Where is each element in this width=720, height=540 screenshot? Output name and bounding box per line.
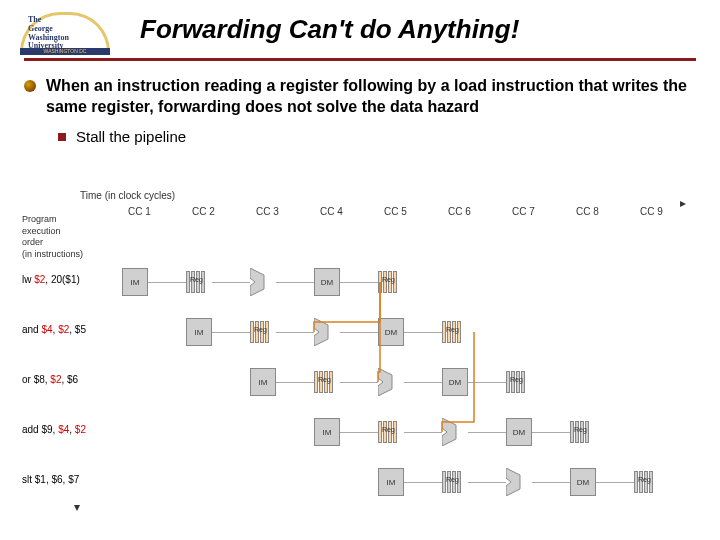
cc-header: CC 2 [192,206,215,217]
wire [212,282,250,283]
pipeline-diagram: Time (in clock cycles) ▸ ▾ Programexecut… [20,190,700,520]
cc-header: CC 1 [128,206,151,217]
forwarding-lines [20,190,700,520]
stage-dm: DM [378,318,404,346]
wire [340,382,378,383]
bullet-icon [24,80,36,92]
wire [276,332,314,333]
stage-alu [378,368,400,396]
stage-alu [506,468,528,496]
wire [404,432,442,433]
wire [468,482,506,483]
cc-header: CC 9 [640,206,663,217]
wire [404,382,442,383]
wire [404,482,442,483]
stage-reg: Reg [570,421,594,443]
bullet-text: When an instruction reading a register f… [46,76,704,118]
stage-alu [250,268,272,296]
stage-reg: Reg [186,271,210,293]
stage-im: IM [186,318,212,346]
stage-alu [442,418,464,446]
cc-header: CC 4 [320,206,343,217]
wire [468,382,506,383]
gw-logo: The George Washington University WASHING… [20,8,120,56]
wire [596,482,634,483]
stage-reg: Reg [634,471,658,493]
stage-dm: DM [570,468,596,496]
stage-reg: Reg [378,271,402,293]
svg-marker-2 [378,368,392,396]
instruction-label: slt $1, $6, $7 [22,474,79,485]
stage-dm: DM [506,418,532,446]
wire [340,332,378,333]
wire [468,432,506,433]
stage-dm: DM [314,268,340,296]
bullet-level2: Stall the pipeline [58,128,704,145]
stage-im: IM [314,418,340,446]
stage-im: IM [250,368,276,396]
cc-header: CC 6 [448,206,471,217]
program-order-label: Programexecutionorder(in instructions) [22,214,83,261]
wire [532,432,570,433]
svg-marker-3 [442,418,456,446]
wire [276,382,314,383]
bullet-text: Stall the pipeline [76,128,186,145]
wire [340,282,378,283]
arrow-right-icon: ▸ [680,196,686,210]
arrow-down-icon: ▾ [74,500,80,514]
bullet-icon [58,133,66,141]
stage-dm: DM [442,368,468,396]
cc-header: CC 8 [576,206,599,217]
svg-marker-0 [250,268,264,296]
stage-reg: Reg [442,471,466,493]
wire [212,332,250,333]
title-rule [24,58,696,61]
instruction-label: lw $2, 20($1) [22,274,80,285]
stage-im: IM [378,468,404,496]
stage-alu [314,318,336,346]
slide-title: Forwarding Can't do Anything! [140,14,519,45]
stage-reg: Reg [314,371,338,393]
stage-reg: Reg [442,321,466,343]
bullet-level1: When an instruction reading a register f… [24,76,704,118]
wire [276,282,314,283]
wire [340,432,378,433]
wire [148,282,186,283]
stage-reg: Reg [250,321,274,343]
svg-marker-1 [314,318,328,346]
wire [404,332,442,333]
instruction-label: or $8, $2, $6 [22,374,78,385]
cc-header: CC 5 [384,206,407,217]
time-axis-label: Time (in clock cycles) [80,190,175,201]
cc-header: CC 3 [256,206,279,217]
instruction-label: and $4, $2, $5 [22,324,86,335]
instruction-label: add $9, $4, $2 [22,424,86,435]
cc-header: CC 7 [512,206,535,217]
logo-bar: WASHINGTON DC [20,48,110,55]
content-area: When an instruction reading a register f… [24,76,704,145]
svg-marker-4 [506,468,520,496]
stage-reg: Reg [378,421,402,443]
stage-reg: Reg [506,371,530,393]
logo-text: The George Washington University [28,16,69,51]
wire [532,482,570,483]
stage-im: IM [122,268,148,296]
